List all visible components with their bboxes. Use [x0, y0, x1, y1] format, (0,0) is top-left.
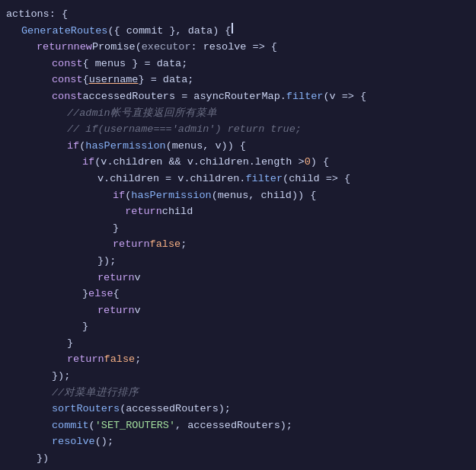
code-token: (menus, child)) {: [212, 187, 317, 204]
code-line-25: sortRouters(accessedRouters);: [0, 401, 476, 417]
code-token: ({ commit }, data) {: [107, 23, 231, 40]
code-token: hasPermission: [131, 187, 211, 204]
code-token: }): [37, 450, 49, 467]
code-line-14: }: [0, 220, 476, 237]
code-token: }: [113, 220, 119, 237]
code-token: v.children = v.children.: [97, 171, 245, 187]
code-line-22: return false;: [0, 351, 476, 368]
code-token: , accessedRouters);: [175, 417, 292, 434]
code-token: ;: [135, 351, 141, 368]
code-token: (: [125, 187, 131, 204]
code-token: GenerateRoutes: [21, 23, 107, 40]
code-token: false: [150, 236, 181, 253]
code-line-26: commit('SET_ROUTERS', accessedRouters);: [0, 417, 476, 434]
code-token: return: [113, 236, 150, 253]
code-token: if: [67, 138, 79, 155]
code-line-20: }: [0, 318, 476, 335]
code-line-8: // if(username==='admin') return true;: [0, 121, 476, 138]
code-line-18: } else {: [0, 286, 476, 302]
code-token: //admin帐号直接返回所有菜单: [67, 105, 217, 122]
code-line-24: //对菜单进行排序: [0, 385, 476, 401]
code-token: return: [97, 270, 135, 286]
code-token: ();: [95, 433, 113, 450]
code-token: (menus, v)) {: [166, 138, 246, 155]
code-token: 0: [305, 154, 311, 171]
code-token: sortRouters: [52, 401, 120, 417]
code-token: (accessedRouters);: [120, 401, 231, 417]
code-token: });: [52, 368, 70, 385]
code-token: commit: [52, 417, 89, 434]
code-token: }): [21, 467, 34, 470]
code-token: //对菜单进行排序: [52, 385, 139, 401]
code-token: }: [67, 335, 73, 352]
username-variable: username: [89, 72, 139, 88]
code-line-11: v.children = v.children.filter(child => …: [0, 171, 476, 187]
code-token: // if(username==='admin') return true;: [67, 121, 302, 138]
code-token: filter: [245, 171, 283, 187]
code-token: actions: {: [6, 6, 68, 23]
code-line-21: }: [0, 335, 476, 352]
code-token: return: [97, 302, 135, 319]
code-token: accessedRouters = asyncRouterMap.: [83, 88, 286, 105]
code-token: filter: [286, 88, 324, 105]
code-token: resolve: [52, 433, 95, 450]
code-token: const: [52, 88, 83, 105]
code-token: { menus } = data;: [83, 56, 188, 72]
code-token: : resolve => {: [191, 39, 277, 56]
code-token: return: [67, 351, 104, 368]
code-editor: actions: { GenerateRoutes({ commit }, da…: [0, 0, 476, 470]
code-line-1: actions: {: [0, 6, 476, 23]
code-line-4: const { menus } = data;: [0, 56, 476, 72]
code-token: (child => {: [283, 171, 350, 187]
code-line-19: return v: [0, 302, 476, 319]
code-token: (: [79, 138, 85, 155]
code-line-7: //admin帐号直接返回所有菜单: [0, 105, 476, 122]
code-token: Promise(: [92, 39, 142, 56]
code-token: [113, 203, 125, 220]
code-token: return: [37, 39, 74, 56]
code-line-10: if (v.children && v.children.length > 0)…: [0, 154, 476, 171]
code-token: v: [135, 302, 141, 319]
code-line-29: }): [0, 467, 476, 470]
code-line-5: const { username } = data;: [0, 72, 476, 88]
code-token: else: [88, 286, 113, 302]
code-line-6: const accessedRouters = asyncRouterMap.f…: [0, 88, 476, 105]
code-token: hasPermission: [85, 138, 165, 155]
code-line-13: return child: [0, 203, 476, 220]
code-token: {: [83, 72, 89, 88]
code-token: ;: [180, 236, 187, 253]
code-token: (v.children && v.children.length >: [94, 154, 304, 171]
code-token: if: [113, 187, 125, 204]
code-line-2: GenerateRoutes({ commit }, data) {: [0, 23, 476, 40]
code-token: if: [82, 154, 94, 171]
code-token: return: [125, 203, 162, 220]
code-token: }: [82, 318, 88, 335]
code-line-16: });: [0, 253, 476, 270]
code-token: new: [74, 39, 92, 56]
code-token: const: [52, 72, 83, 88]
code-token: v: [135, 270, 141, 286]
code-token: } = data;: [138, 72, 193, 88]
code-token: false: [104, 351, 136, 368]
code-line-23: });: [0, 368, 476, 385]
code-token: (: [89, 417, 95, 434]
code-line-3: return new Promise(executor: resolve => …: [0, 39, 476, 56]
code-token: executor: [142, 39, 191, 56]
code-line-27: resolve();: [0, 433, 476, 450]
code-token: (v => {: [323, 88, 366, 105]
code-token: ) {: [311, 154, 329, 171]
code-token: 'SET_ROUTERS': [95, 417, 175, 434]
cursor-icon: [232, 23, 233, 34]
code-line-17: return v: [0, 270, 476, 286]
code-token: const: [52, 56, 83, 72]
code-line-15: return false;: [0, 236, 476, 253]
code-token: });: [97, 253, 116, 270]
code-line-28: }): [0, 450, 476, 467]
code-token: child: [162, 203, 193, 220]
code-token: }: [82, 286, 88, 302]
code-line-9: if (hasPermission(menus, v)) {: [0, 138, 476, 155]
code-line-12: if (hasPermission(menus, child)) {: [0, 187, 476, 204]
code-token: {: [113, 286, 120, 302]
